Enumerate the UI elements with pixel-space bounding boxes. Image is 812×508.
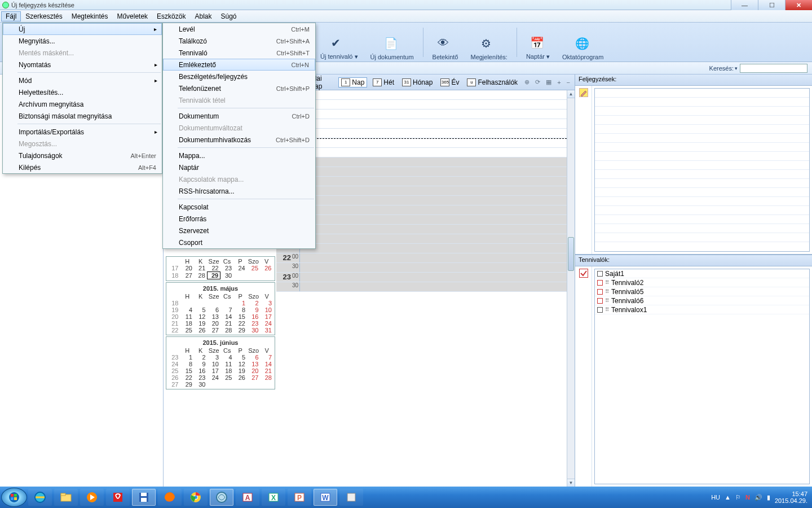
calendar-day[interactable] (247, 381, 261, 388)
time-cell[interactable] (300, 100, 575, 109)
time-cell[interactable] (300, 90, 575, 99)
note-row[interactable] (595, 107, 809, 116)
calendar-day[interactable]: 20 (247, 367, 261, 374)
calendar-day[interactable]: 23 (194, 374, 208, 381)
view-tool-icon[interactable]: ⟳ (534, 78, 541, 86)
calendar-day[interactable]: 7 (220, 306, 234, 313)
calendar-day[interactable]: 24 (233, 265, 246, 272)
calendar-day[interactable]: 28 (220, 327, 234, 334)
time-slot[interactable]: 30 (276, 129, 575, 138)
tray-clock[interactable]: 15:47 2015.04.29. (775, 491, 807, 504)
calendar-day[interactable]: 25 (220, 374, 234, 381)
menu-item-rss-h-rcsatorna-[interactable]: RSS-hírcsatorna... (163, 185, 315, 197)
notes-list[interactable] (594, 88, 810, 252)
view-hét[interactable]: 7Hét (370, 78, 396, 87)
note-row[interactable] (595, 98, 809, 107)
todo-checkbox[interactable] (597, 271, 603, 277)
menu-item-mappa-[interactable]: Mappa... (163, 150, 315, 161)
calendar-day[interactable]: 20 (208, 320, 221, 327)
menu-item-import-l-s-export-l-s[interactable]: Importálás/Exportálás▸ (3, 126, 162, 138)
time-cell[interactable] (300, 205, 575, 214)
calendar-day[interactable]: 25 (181, 327, 195, 334)
note-row[interactable] (595, 188, 809, 197)
calendar-day[interactable]: 17 (261, 313, 274, 320)
calendar-day[interactable] (194, 300, 208, 306)
todo-row[interactable]: ⠿Tennivaló2 (595, 278, 809, 287)
calendar-day[interactable]: 23 (220, 265, 233, 272)
menu-item-lev-l[interactable]: LevélCtrl+M (163, 23, 315, 35)
time-cell[interactable] (300, 186, 575, 195)
calendar-day[interactable]: 26 (260, 265, 273, 272)
search-input[interactable] (740, 64, 807, 73)
calendar-day[interactable]: 26 (194, 327, 208, 334)
ribbon-betekint-[interactable]: 👁Betekintő (428, 36, 463, 62)
view-felhasználók[interactable]: uFelhasználók (465, 78, 520, 87)
calendar-day[interactable] (220, 300, 234, 306)
todo-checkbox[interactable] (597, 289, 603, 295)
view-tool-icon[interactable]: + (556, 79, 562, 86)
calendar-day[interactable]: 11 (181, 313, 195, 320)
note-row[interactable] (595, 206, 809, 215)
time-slot[interactable]: 30 (276, 263, 575, 273)
calendar-day[interactable]: 11 (220, 361, 234, 367)
time-slot[interactable]: 2200 (276, 253, 575, 263)
calendar-day[interactable]: 15 (234, 313, 248, 320)
tray-n-icon[interactable]: N (745, 494, 750, 501)
time-cell[interactable] (300, 225, 575, 234)
note-row[interactable] (595, 89, 809, 98)
time-slot[interactable]: 1800 (276, 177, 575, 186)
todo-row[interactable]: ⠿Tennivaló6 (595, 296, 809, 305)
menu-item-tennival-[interactable]: TennivalóCtrl+Shift+T (163, 47, 315, 59)
calendar-day[interactable]: 27 (247, 374, 261, 381)
calendar-day[interactable]: 8 (234, 306, 248, 313)
calendar-day[interactable]: 4 (181, 306, 195, 313)
calendar-day[interactable]: 22 (207, 265, 220, 272)
time-slot[interactable]: 1500 (276, 119, 575, 129)
note-row[interactable] (595, 143, 809, 152)
scroll-down-icon[interactable]: ▼ (567, 479, 575, 487)
calendar-day[interactable]: 3 (208, 354, 221, 361)
calendar-day[interactable]: 2 (194, 354, 208, 361)
menu-item-besz-lget-s-feljegyz-s[interactable]: Beszélgetés/feljegyzés (163, 71, 315, 82)
time-cell[interactable] (300, 110, 575, 119)
calendar-day[interactable] (208, 300, 221, 306)
calendar-day[interactable]: 28 (194, 272, 207, 279)
calendar-day[interactable]: 29 (181, 381, 195, 388)
calendar-day[interactable]: 23 (247, 320, 261, 327)
time-cell[interactable] (300, 157, 575, 167)
time-slot[interactable]: 2000 (276, 215, 575, 225)
time-slot[interactable]: 1600 (276, 138, 575, 148)
tray-flag-icon[interactable]: ▲ (725, 494, 731, 501)
calendar-day[interactable]: 6 (208, 306, 221, 313)
taskbar-ie-icon[interactable] (28, 489, 52, 506)
view-tool-icon[interactable]: − (566, 79, 571, 86)
time-slot[interactable]: 2300 (276, 273, 575, 282)
calendar-day[interactable]: 25 (247, 265, 260, 272)
note-row[interactable] (595, 197, 809, 206)
maximize-button[interactable] (758, 0, 785, 10)
calendar-day[interactable] (181, 300, 195, 306)
time-slot[interactable]: 30 (276, 90, 575, 100)
time-cell[interactable] (300, 177, 575, 186)
menu-item-megnyit-s-[interactable]: Megnyitás... (3, 35, 162, 47)
menu-item-szervezet[interactable]: Szervezet (163, 225, 315, 237)
calendar-day[interactable]: 13 (247, 361, 261, 367)
calendar-day[interactable]: 10 (208, 361, 221, 367)
calendar-day[interactable]: 31 (261, 327, 274, 334)
tray-lang[interactable]: HU (711, 494, 720, 501)
calendar-day[interactable]: 6 (247, 354, 261, 361)
note-row[interactable] (595, 215, 809, 224)
time-grid[interactable]: 3014003015003016003017003018003019003020… (276, 90, 575, 487)
time-slot[interactable]: 30 (276, 244, 575, 253)
taskbar-acrobat-icon[interactable] (106, 489, 130, 506)
time-cell[interactable] (300, 129, 575, 138)
menu-szerkesztés[interactable]: Szerkesztés (21, 11, 67, 21)
taskbar-firefox-icon[interactable] (158, 489, 182, 506)
calendar-day[interactable]: 22 (181, 374, 195, 381)
ribbon--j-dokumentum[interactable]: 📄Új dokumentum (366, 36, 418, 62)
time-cell[interactable] (300, 244, 575, 253)
file-menu[interactable]: Új▸Megnyitás...Mentés másként...Nyomtatá… (2, 23, 162, 174)
time-cell[interactable] (300, 263, 575, 272)
menu-item-m-d[interactable]: Mód▸ (3, 75, 162, 86)
close-button[interactable] (785, 0, 812, 10)
